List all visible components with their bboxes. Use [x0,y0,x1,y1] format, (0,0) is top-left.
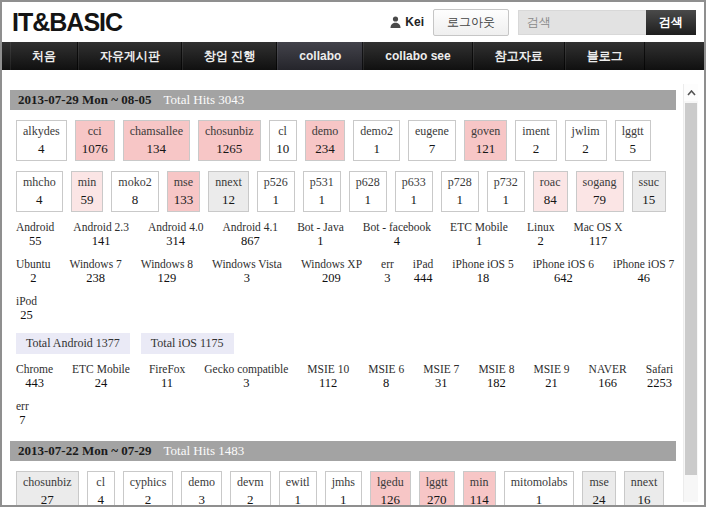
stat-item: err 7 [16,400,29,428]
hit-box-count: 5 [622,141,644,157]
user-hit-box: demo2 1 [353,120,400,161]
total-badge: Total iOS 1175 [141,333,234,354]
user-hit-box: jwlim 2 [565,120,607,161]
hit-box-name: iment [522,124,549,139]
total-badge: Total Android 1377 [16,333,130,354]
user-hit-box: chosunbiz 1265 [198,120,261,161]
nav-tab[interactable]: 블로그 [565,42,645,70]
stat-name: Windows 8 [141,258,193,270]
user-hit-box: nnext 16 [624,471,665,507]
stat-value: 443 [16,376,53,391]
user-hit-box: devm 2 [230,471,271,507]
user-hit-box: demo 234 [305,120,346,161]
stat-item: Linux 2 [527,221,554,249]
stat-name: iPhone iOS 5 [452,258,513,270]
hit-box-count: 7 [415,141,449,157]
stat-item: iPod 25 [16,295,37,323]
scroll-up-arrow-icon[interactable] [684,84,698,101]
section-date-range: 2013-07-22 Mon ~ 07-29 [18,443,152,459]
hit-box-name: ewitl [286,475,310,490]
scrollbar-thumb[interactable] [685,103,697,475]
stat-value: 112 [307,376,349,391]
stat-value: 3 [204,376,288,391]
user-hit-box: goven 121 [464,120,507,161]
hit-box-count: 133 [174,192,194,208]
stat-value: 642 [533,271,594,286]
hit-box-name: cl [276,124,290,139]
user-hit-box: p728 1 [441,171,479,212]
user-hit-box: cci 1076 [75,120,115,161]
hit-box-count: 1 [310,192,334,208]
stat-name: MSIE 9 [533,363,569,375]
stat-value: 444 [413,271,433,286]
hit-box-name: lggtt [426,475,448,490]
user-hit-box: p526 1 [257,171,295,212]
stat-item: Windows 7 238 [70,258,122,286]
hit-box-name: devm [237,475,264,490]
hit-box-name: nnext [215,175,242,190]
nav-tab[interactable]: 자유게시판 [78,42,182,70]
stat-value: 25 [16,308,37,323]
stat-item: Android 55 [16,221,54,249]
stat-item: MSIE 9 21 [533,363,569,391]
user-hit-box: eugene 7 [408,120,456,161]
user-hit-box: cl 4 [87,471,115,507]
hit-box-count: 1 [402,192,426,208]
stat-name: iPod [16,295,37,307]
stat-item: ETC Mobile 1 [450,221,508,249]
hit-box-name: chosunbiz [205,124,254,139]
stat-value: 141 [73,234,129,249]
scrollbar[interactable] [683,84,698,502]
stat-item: iPhone iOS 6 642 [533,258,594,286]
hit-box-count: 1 [511,492,568,507]
user-name: Kei [405,15,424,29]
logout-button[interactable]: 로그아웃 [433,9,509,36]
stat-value: 21 [533,376,569,391]
hit-box-name: cyphics [130,475,167,490]
nav-tab[interactable]: collabo [277,42,363,70]
hit-box-name: mse [589,475,608,490]
stat-value: 1 [450,234,508,249]
search-input[interactable] [518,10,646,35]
hit-box-name: jwlim [572,124,600,139]
search-button[interactable]: 검색 [646,10,696,35]
stat-name: Android [16,221,54,233]
stat-value: 209 [301,271,362,286]
stat-item: MSIE 8 182 [478,363,514,391]
stat-value: 24 [72,376,130,391]
hit-box-name: p633 [402,175,426,190]
stat-value: 46 [613,271,674,286]
stat-name: err [16,400,29,412]
stat-item: Chrome 443 [16,363,53,391]
nav-tab[interactable]: collabo see [363,42,472,70]
search-bar: 검색 [518,10,696,35]
nav-tab[interactable]: 창업 진행 [182,42,277,70]
stat-name: ETC Mobile [450,221,508,233]
section-date-range: 2013-07-29 Mon ~ 08-05 [18,92,152,108]
stat-name: Bot - facebook [363,221,431,233]
hit-box-count: 1265 [205,141,254,157]
nav-tab[interactable]: 참고자료 [473,42,565,70]
hit-box-count: 24 [589,492,608,507]
hit-box-count: 234 [312,141,339,157]
stat-value: 2 [527,234,554,249]
stat-item: Ubuntu 2 [16,258,51,286]
hit-box-name: p531 [310,175,334,190]
page: IT&BASIC Kei 로그아웃 검색 처음 자유게시판 창업 진행 coll… [0,0,706,507]
stat-name: MSIE 7 [423,363,459,375]
stat-item: Bot - facebook 4 [363,221,431,249]
stat-name: Android 4.1 [223,221,279,233]
nav-tab[interactable]: 처음 [10,42,78,70]
stat-item: iPhone iOS 5 18 [452,258,513,286]
hit-box-count: 4 [94,492,108,507]
hit-box-name: lggtt [622,124,644,139]
stat-name: Windows XP [301,258,362,270]
stat-name: Bot - Java [297,221,344,233]
user-hit-box: mitomolabs 1 [504,471,575,507]
hit-box-name: mhcho [23,175,56,190]
hit-box-name: p732 [494,175,518,190]
user-hit-box: p531 1 [303,171,341,212]
user-hit-box: roac 84 [533,171,568,212]
user-hit-box: lgedu 126 [370,471,411,507]
header: IT&BASIC Kei 로그아웃 검색 [2,2,704,42]
